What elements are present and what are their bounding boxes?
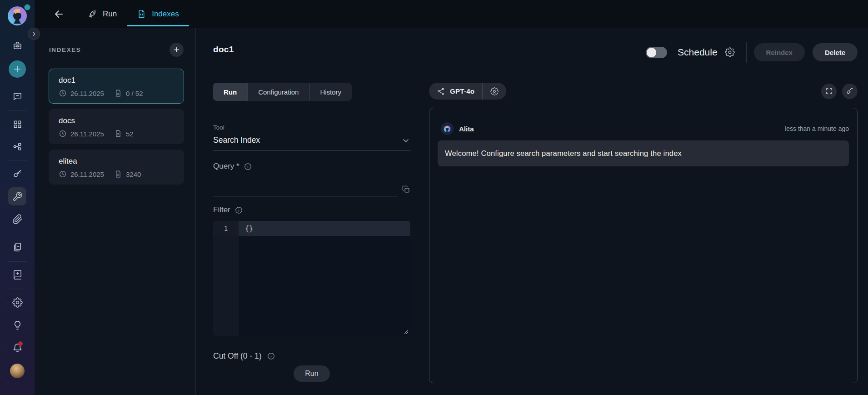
chevron-down-icon [401,136,410,145]
back-button[interactable] [52,7,66,21]
document-icon [114,89,122,97]
query-info-icon[interactable] [244,162,252,171]
cutoff-label: Cut Off (0 - 1) [213,351,262,361]
document-icon [114,130,122,138]
tab-indexes[interactable]: Indexes [127,0,189,28]
clock-icon [59,89,67,97]
index-list-item-doc1[interactable]: doc1 26.11.2025 0 / 52 [49,69,184,104]
indexes-panel-title: INDEXES [49,46,81,53]
run-form: Run Configuration History Tool Search In… [213,83,410,382]
sidebar-item-datasources[interactable] [8,238,26,256]
chat-panel: Alita less than a minute ago Welcome! Co… [429,108,858,383]
schedule-toggle[interactable] [646,47,667,58]
tab-run-label: Run [103,10,117,19]
model-name: GPT-4o [450,87,474,95]
indexes-panel: INDEXES doc1 26.11.2025 0 / 52 docs 26 [35,28,196,395]
file-code-icon [137,9,146,19]
index-list-item-docs[interactable]: docs 26.11.2025 52 [49,109,184,144]
info-icon [234,206,243,215]
sidebar-item-library[interactable] [8,265,26,284]
gear-icon [725,47,735,57]
index-list-item-elitea[interactable]: elitea 26.11.2025 3240 [49,150,184,185]
sidebar-item-projects[interactable] [8,36,26,55]
sidebar-item-toolkits[interactable] [8,187,26,205]
tab-history[interactable]: History [309,83,352,101]
key-icon [12,169,23,179]
query-input-underline [213,196,398,196]
tab-run[interactable]: Run [78,0,127,28]
book-sparkle-icon [12,270,23,280]
index-count: 3240 [126,170,141,178]
logo-icon [443,125,451,133]
sidebar-divider [8,83,27,83]
rocket-icon [88,9,97,19]
lightbulb-icon [12,320,23,330]
message-bubble: Welcome! Configure search parameters and… [438,140,849,166]
index-date: 26.11.2025 [70,90,104,97]
plus-icon [12,64,22,74]
sidebar-item-applications[interactable] [8,115,26,133]
model-select-button[interactable]: GPT-4o [429,83,482,100]
tool-label: Tool [213,124,410,131]
paperclip-icon [12,214,23,225]
tab-configuration[interactable]: Configuration [247,83,309,101]
chat-area: GPT-4o [429,83,858,383]
sidebar-divider [8,110,27,110]
editor-line-content[interactable]: {} [239,221,410,236]
view-tabs: Run Configuration History [213,83,352,101]
sidebar-item-chat[interactable] [8,87,26,105]
copy-icon [402,185,410,194]
assistant-avatar [441,122,454,135]
flow-icon [12,141,23,152]
documents-icon [12,242,23,252]
tab-run-view[interactable]: Run [213,83,247,101]
filter-code-editor[interactable]: 1 {} [213,221,410,336]
sidebar-item-notifications[interactable] [8,339,26,357]
logo-icon [7,4,30,26]
editor-resize-handle[interactable] [404,330,409,334]
filter-info-icon[interactable] [234,206,243,215]
tool-select[interactable]: Search Index [213,135,410,151]
index-name: elitea [59,157,184,166]
delete-button[interactable]: Delete [813,43,858,61]
editor-line-number: 1 [213,221,239,236]
index-date: 26.11.2025 [70,130,104,138]
message-author: Alita [459,125,474,133]
clear-chat-button[interactable] [842,84,858,99]
schedule-settings-button[interactable] [725,47,735,57]
message-timestamp: less than a minute ago [785,125,849,132]
schedule-label: Schedule [678,47,718,58]
broom-icon [846,87,854,95]
index-count: 52 [126,130,134,138]
info-icon [267,352,275,360]
sidebar-item-pipelines[interactable] [8,137,26,155]
page-title: doc1 [213,45,234,55]
query-label: Query * [213,162,239,171]
sidebar-item-settings[interactable] [8,293,26,311]
app-logo[interactable] [7,4,30,26]
sidebar-expand-button[interactable] [28,28,40,40]
add-index-button[interactable] [170,43,184,57]
fullscreen-button[interactable] [821,84,837,99]
sidebar-item-secrets[interactable] [8,165,26,183]
clock-icon [59,170,67,178]
icon-sidebar [0,0,35,395]
run-button[interactable]: Run [294,365,329,382]
query-input[interactable] [213,171,410,196]
model-settings-button[interactable] [483,83,506,100]
sidebar-item-attachments[interactable] [8,210,26,228]
sidebar-add-button[interactable] [9,60,26,78]
cutoff-info-icon[interactable] [267,352,275,360]
info-icon [244,162,252,171]
gear-icon [490,87,499,95]
sidebar-item-ideas[interactable] [8,316,26,334]
grid-icon [12,119,23,130]
tool-selected-value: Search Index [213,135,260,145]
status-dot [25,5,30,10]
gear-icon [12,297,23,308]
copy-query-button[interactable] [402,185,410,194]
user-avatar[interactable] [10,364,25,378]
share-nodes-icon [437,87,445,95]
reindex-button[interactable]: Reindex [754,43,805,61]
sidebar-divider [8,261,27,262]
